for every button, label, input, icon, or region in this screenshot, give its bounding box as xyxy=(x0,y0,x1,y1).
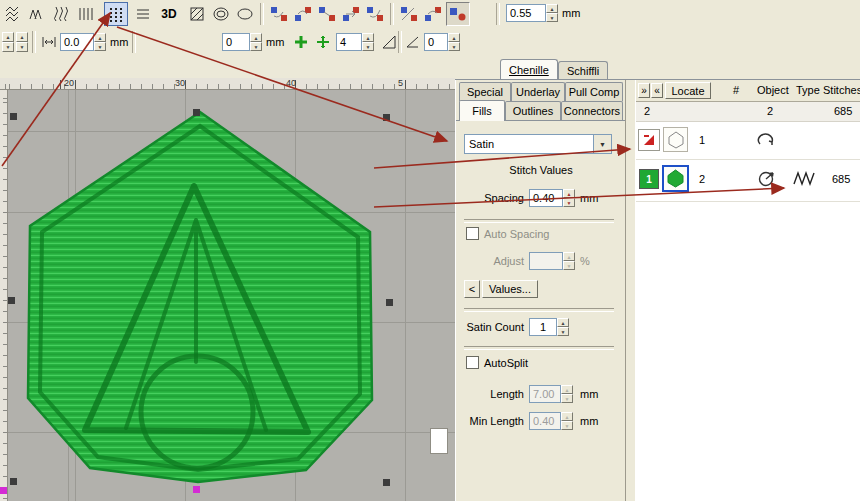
tab-special[interactable]: Special xyxy=(459,82,511,101)
3d-warp-button[interactable]: 3D xyxy=(156,3,182,25)
stitch-type-select[interactable]: Satin ▼ xyxy=(464,134,612,154)
spacing-spinner[interactable]: ▲ ▼ xyxy=(563,189,575,207)
spin-up-icon[interactable]: ▲ xyxy=(546,4,558,13)
double-ellipse-icon[interactable] xyxy=(210,3,232,25)
selection-handle-n[interactable] xyxy=(193,109,200,116)
spin-up-icon[interactable]: ▲ xyxy=(94,33,106,42)
column-header-number[interactable]: # xyxy=(733,84,739,96)
spin-down-icon[interactable]: ▼ xyxy=(557,327,569,336)
spin-down-icon[interactable]: ▼ xyxy=(561,394,573,403)
spin-down-icon[interactable]: ▼ xyxy=(561,421,573,430)
tab-fills[interactable]: Fills xyxy=(459,100,505,121)
column-header-type[interactable]: Type xyxy=(796,84,820,96)
count-input[interactable]: 4 xyxy=(336,33,362,51)
chevron-down-icon[interactable]: ▼ xyxy=(593,135,611,153)
satin-count-input[interactable]: 1 xyxy=(529,318,557,336)
selection-handle-e[interactable] xyxy=(386,299,393,306)
locate-button[interactable]: Locate xyxy=(665,82,711,99)
spin-up-icon[interactable]: ▲ xyxy=(250,33,262,42)
tab-chenille[interactable]: Chenille xyxy=(500,59,558,79)
spin-down-icon[interactable]: ▼ xyxy=(94,42,106,51)
offset-spinner[interactable]: ▲ ▼ xyxy=(94,33,106,51)
spin-down-icon[interactable]: ▼ xyxy=(546,13,558,22)
spin-down-icon[interactable]: ▼ xyxy=(16,42,28,52)
spacing-input[interactable]: 0.40 xyxy=(529,189,563,207)
tab-underlay[interactable]: Underlay xyxy=(511,82,565,101)
branching-tool-icon[interactable] xyxy=(268,3,290,25)
angle-icon[interactable] xyxy=(402,31,424,53)
object-thumbnail-outline[interactable] xyxy=(663,127,688,152)
program-split-icon[interactable] xyxy=(104,2,128,26)
satin-lattice-icon[interactable] xyxy=(2,3,24,25)
spin-up-icon[interactable]: ▲ xyxy=(563,189,575,198)
angle-input[interactable]: 0 xyxy=(424,33,448,51)
nudge-spinner-2[interactable]: ▲ ▼ xyxy=(16,32,28,52)
spin-up-icon[interactable]: ▲ xyxy=(2,32,14,42)
spin-up-icon[interactable]: ▲ xyxy=(561,385,573,394)
canvas-scrollbar-thumb[interactable] xyxy=(430,428,448,454)
spin-down-icon[interactable]: ▼ xyxy=(563,261,575,270)
object-row[interactable]: 1 2 685 xyxy=(636,160,860,202)
ellipse-icon[interactable] xyxy=(234,3,256,25)
thread-color-chip[interactable]: 1 xyxy=(639,169,659,189)
spread-points-icon[interactable] xyxy=(312,31,334,53)
stitch-lines-icon[interactable] xyxy=(132,3,154,25)
spin-up-icon[interactable]: ▲ xyxy=(557,318,569,327)
values-button[interactable]: Values... xyxy=(482,280,538,298)
adjust-spinner[interactable]: ▲ ▼ xyxy=(563,252,575,270)
auto-spacing-checkbox[interactable] xyxy=(466,227,479,240)
tab-schiffli[interactable]: Schiffli xyxy=(558,61,608,79)
expand-all-button[interactable]: » xyxy=(638,83,650,98)
tab-connectors[interactable]: Connectors xyxy=(561,101,623,120)
align-center-icon[interactable] xyxy=(290,31,312,53)
offset-input[interactable]: 0.0 xyxy=(60,33,94,51)
distance-spinner[interactable]: ▲ ▼ xyxy=(250,33,262,51)
values-collapse-button[interactable]: < xyxy=(464,280,480,298)
wave-fill-icon[interactable] xyxy=(50,3,72,25)
length-spinner[interactable]: ▲ ▼ xyxy=(561,385,573,403)
object-thumbnail-selected[interactable] xyxy=(662,165,689,192)
reshape-tool-icon[interactable] xyxy=(316,3,338,25)
count-spinner[interactable]: ▲ ▼ xyxy=(362,33,374,51)
selection-handle-w[interactable] xyxy=(8,297,15,304)
zigzag-stitch-icon[interactable] xyxy=(26,3,48,25)
sequence-tool-icon[interactable] xyxy=(292,3,314,25)
width-measure-icon[interactable] xyxy=(38,31,60,53)
collapse-all-button[interactable]: « xyxy=(651,83,663,98)
embroidery-design-object[interactable] xyxy=(8,90,455,501)
fancy-fill-icon[interactable] xyxy=(186,3,208,25)
stitch-width-input[interactable]: 0.55 xyxy=(506,4,546,22)
selection-handle-se[interactable] xyxy=(383,479,390,486)
design-canvas[interactable] xyxy=(8,90,455,501)
spin-up-icon[interactable]: ▲ xyxy=(561,412,573,421)
column-header-stitches[interactable]: Stitches xyxy=(823,84,860,96)
min-length-input[interactable]: 0.40 xyxy=(529,412,561,430)
nudge-spinner-1[interactable]: ▲ ▼ xyxy=(2,32,14,52)
column-header-object[interactable]: Object xyxy=(757,84,789,96)
min-length-spinner[interactable]: ▲ ▼ xyxy=(561,412,573,430)
distance-input[interactable]: 0 xyxy=(222,33,250,51)
stitch-width-spinner[interactable]: ▲ ▼ xyxy=(546,4,558,22)
spin-up-icon[interactable]: ▲ xyxy=(362,33,374,42)
selection-handle-s-anchor[interactable] xyxy=(193,486,200,493)
spin-up-icon[interactable]: ▲ xyxy=(563,252,575,261)
selection-handle-sw[interactable] xyxy=(10,478,17,485)
adjust-input[interactable] xyxy=(529,252,563,270)
angle-spinner[interactable]: ▲ ▼ xyxy=(448,33,460,51)
spin-down-icon[interactable]: ▼ xyxy=(250,42,262,51)
selection-handle-ne[interactable] xyxy=(383,114,390,121)
reverse-tool-icon[interactable] xyxy=(340,3,362,25)
spin-up-icon[interactable]: ▲ xyxy=(448,33,460,42)
autosplit-checkbox[interactable] xyxy=(466,356,479,369)
spin-down-icon[interactable]: ▼ xyxy=(563,198,575,207)
spin-down-icon[interactable]: ▼ xyxy=(362,42,374,51)
tab-pull-comp[interactable]: Pull Comp xyxy=(565,82,623,101)
color-group-row[interactable]: 2 2 685 xyxy=(636,102,860,122)
length-input[interactable]: 7.00 xyxy=(529,385,561,403)
color-film-icon[interactable] xyxy=(638,129,660,151)
selection-handle-nw[interactable] xyxy=(10,113,17,120)
entry-exit-tool-icon[interactable] xyxy=(364,3,386,25)
corner-fraction-icon[interactable] xyxy=(378,31,400,53)
tab-outlines[interactable]: Outlines xyxy=(505,101,561,120)
spin-up-icon[interactable]: ▲ xyxy=(16,32,28,42)
